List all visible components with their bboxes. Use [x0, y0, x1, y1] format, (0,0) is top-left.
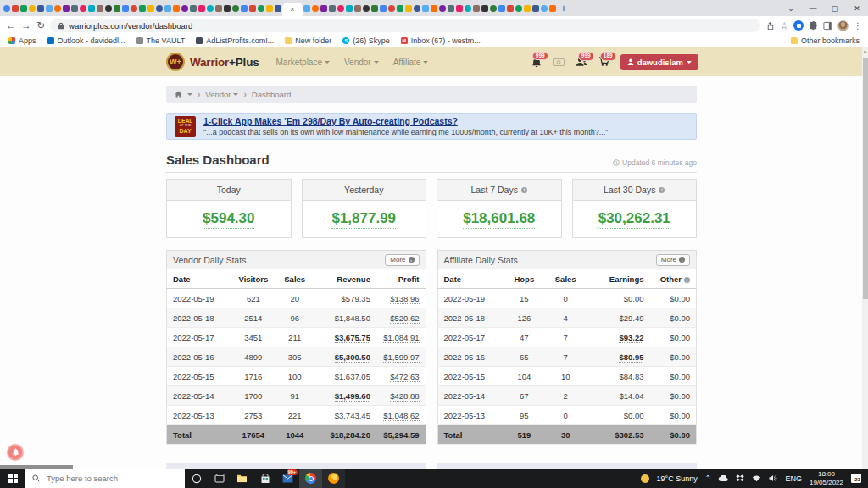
card-value-link[interactable]: $594.30 — [203, 210, 254, 229]
browser-tab[interactable] — [28, 1, 36, 15]
affiliates-users-icon[interactable]: 999 — [576, 57, 587, 67]
browser-tab[interactable] — [36, 1, 45, 15]
share-icon[interactable] — [765, 21, 775, 30]
tab-search-chevron-icon[interactable]: ⌄ — [780, 0, 802, 16]
browser-tab[interactable] — [138, 1, 147, 15]
browser-tab[interactable] — [548, 1, 557, 15]
cortana-icon[interactable] — [185, 469, 208, 488]
card-value-link[interactable]: $1,877.99 — [331, 210, 396, 229]
profile-avatar[interactable] — [837, 20, 849, 31]
brand-name[interactable]: Warrior+Plus — [190, 56, 259, 69]
table-cell[interactable]: $1,048.62 — [376, 406, 426, 425]
browser-tab[interactable] — [248, 1, 257, 15]
action-center-icon[interactable]: 23 — [851, 474, 861, 483]
active-tab[interactable]: × — [282, 3, 303, 16]
vendor-more-button[interactable]: More› — [385, 254, 419, 266]
browser-tab[interactable] — [3, 1, 11, 15]
browser-tab[interactable] — [121, 1, 130, 15]
forward-button[interactable]: → — [21, 20, 31, 30]
card-value-link[interactable]: $18,601.68 — [463, 210, 535, 229]
firefox-taskbar-icon[interactable] — [322, 469, 345, 488]
browser-tab[interactable] — [181, 1, 189, 15]
browser-tab[interactable] — [447, 1, 455, 15]
nav-affiliate[interactable]: Affiliate — [393, 58, 429, 67]
info-icon[interactable]: i — [684, 277, 690, 283]
extension-blue-icon[interactable] — [793, 20, 804, 30]
browser-tab[interactable] — [345, 1, 353, 15]
browser-tab[interactable] — [79, 1, 87, 15]
nav-marketplace[interactable]: Marketplace — [276, 58, 330, 67]
back-button[interactable]: ← — [6, 20, 16, 30]
browser-tab[interactable] — [130, 1, 138, 15]
bookmark-item[interactable]: The VAULT — [136, 36, 186, 45]
browser-tab[interactable] — [172, 1, 181, 15]
browser-tab[interactable] — [506, 1, 515, 15]
table-cell[interactable]: $472.63 — [376, 367, 426, 386]
table-cell[interactable]: $428.88 — [376, 386, 426, 406]
table-cell[interactable]: $3,675.75 — [312, 328, 376, 347]
nav-vendor[interactable]: Vendor — [344, 58, 379, 67]
browser-tab[interactable] — [70, 1, 79, 15]
browser-tab[interactable] — [328, 1, 337, 15]
table-cell[interactable]: $1,499.60 — [312, 386, 376, 406]
browser-tab[interactable] — [523, 1, 531, 15]
browser-tab[interactable] — [311, 1, 320, 15]
hidden-icons-chevron[interactable]: ⌃ — [705, 474, 711, 482]
browser-tab[interactable] — [62, 1, 70, 15]
onedrive-cloud-icon[interactable] — [718, 475, 728, 482]
bookmark-star-icon[interactable]: ☆ — [780, 20, 788, 31]
browser-tab[interactable] — [438, 1, 447, 15]
taskbar-search[interactable] — [25, 469, 185, 488]
browser-tab[interactable] — [223, 1, 231, 15]
bookmark-item[interactable]: AdListProfits.com!... — [196, 36, 274, 45]
search-input[interactable] — [45, 473, 155, 484]
table-cell[interactable]: $5,300.50 — [312, 347, 376, 367]
browser-tab[interactable] — [464, 1, 472, 15]
close-button[interactable]: ✕ — [846, 0, 868, 16]
browser-tab[interactable] — [206, 1, 214, 15]
address-bar[interactable]: warriorplus.com/vendor/dashboard — [50, 19, 760, 32]
browser-tab[interactable] — [481, 1, 489, 15]
network-wifi-icon[interactable] — [752, 474, 761, 482]
wallet-banknote-icon[interactable] — [553, 58, 565, 66]
card-value-link[interactable]: $30,262.31 — [598, 210, 670, 229]
dropbox-icon[interactable] — [736, 474, 744, 482]
browser-tab[interactable] — [531, 1, 540, 15]
browser-tab[interactable] — [515, 1, 523, 15]
bookmark-item[interactable]: S(26) Skype — [342, 36, 390, 45]
browser-tab[interactable] — [11, 1, 19, 15]
browser-tab[interactable] — [113, 1, 121, 15]
browser-tab[interactable] — [413, 1, 421, 15]
browser-tab[interactable] — [45, 1, 53, 15]
browser-tab[interactable] — [147, 1, 155, 15]
volume-icon[interactable] — [769, 474, 777, 482]
chrome-taskbar-icon[interactable] — [299, 469, 322, 488]
browser-tab[interactable] — [87, 1, 96, 15]
browser-tab[interactable] — [540, 1, 548, 15]
breadcrumb-vendor[interactable]: Vendor — [205, 90, 238, 99]
maximize-button[interactable]: ▢ — [824, 0, 846, 16]
minimize-button[interactable]: — — [802, 0, 824, 16]
extensions-puzzle-icon[interactable] — [809, 21, 818, 30]
vertical-scrollbar[interactable]: ▲ — [862, 47, 868, 469]
push-notification-bell-widget[interactable] — [7, 444, 24, 461]
info-icon[interactable]: i — [521, 187, 527, 193]
browser-tab[interactable] — [353, 1, 362, 15]
other-bookmarks[interactable]: Other bookmarks — [791, 36, 860, 45]
tab-close-icon[interactable]: × — [290, 5, 294, 14]
browser-tab[interactable] — [489, 1, 498, 15]
browser-tab[interactable] — [155, 1, 164, 15]
browser-tab[interactable] — [198, 1, 206, 15]
browser-tab[interactable] — [214, 1, 223, 15]
table-cell[interactable]: $80.95 — [585, 347, 649, 367]
browser-tab[interactable] — [53, 1, 62, 15]
start-button[interactable] — [0, 469, 25, 488]
affiliate-more-button[interactable]: More› — [656, 254, 690, 266]
weather-text[interactable]: 19°C Sunny — [657, 474, 698, 483]
bookmark-item[interactable]: New folder — [285, 36, 331, 45]
browser-tab[interactable] — [320, 1, 328, 15]
file-explorer-icon[interactable] — [231, 469, 253, 488]
table-cell[interactable]: $93.22 — [585, 328, 649, 347]
language-indicator[interactable]: ENG — [785, 474, 802, 483]
browser-tab[interactable] — [19, 1, 28, 15]
